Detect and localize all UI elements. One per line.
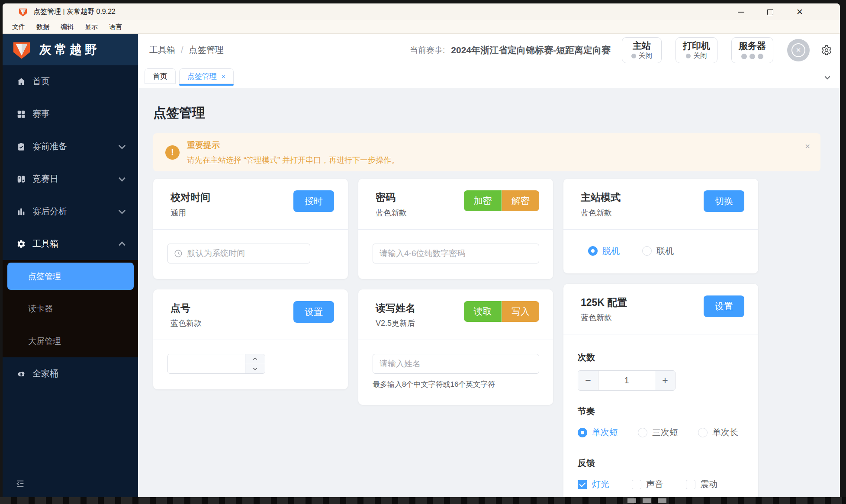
sidebar-logo: 灰常越野 <box>3 34 138 65</box>
close-window-button[interactable]: ✕ <box>796 8 804 16</box>
tab-home[interactable]: 首页 <box>145 68 176 84</box>
status-dot <box>741 54 747 59</box>
checkbox-unchecked-icon <box>632 480 641 489</box>
status-dot <box>631 54 636 58</box>
clock-icon <box>174 249 183 258</box>
printer-status-button[interactable]: 打印机 关闭 <box>676 37 717 63</box>
submenu-item-card-reader[interactable]: 读卡器 <box>3 292 138 325</box>
tab-tag-management[interactable]: 点签管理 × <box>179 68 234 84</box>
menu-data[interactable]: 数据 <box>31 23 55 31</box>
settings-gear-icon[interactable] <box>821 45 832 56</box>
feedback-label: 反馈 <box>578 457 744 469</box>
taskbar-item <box>643 498 651 503</box>
sidebar-item-home[interactable]: 首页 <box>3 65 138 98</box>
mode-switch-button[interactable]: 切换 <box>704 190 744 212</box>
radio-single-long[interactable]: 单次长 <box>698 427 738 438</box>
sidebar-item-race-day[interactable]: 竞赛日 <box>3 163 138 195</box>
card-subtitle: V2.5更新后 <box>376 318 415 328</box>
radio-online[interactable]: 联机 <box>642 245 674 257</box>
sidebar-item-suite[interactable]: 全家桶 <box>3 357 138 390</box>
radio-unselected-icon <box>642 246 652 256</box>
radio-unselected-icon <box>638 428 647 437</box>
point-number-input <box>167 354 265 374</box>
station-status-button[interactable]: 主站 关闭 <box>622 37 662 63</box>
card-title: 校对时间 <box>170 192 210 204</box>
stepper-plus-button[interactable]: + <box>655 371 675 390</box>
toolbox-submenu: 点签管理 读卡器 大屏管理 <box>3 260 138 357</box>
card-title: 密码 <box>376 192 407 204</box>
banner-close-icon[interactable]: × <box>805 142 810 151</box>
card-subtitle: 蓝色新款 <box>581 312 627 323</box>
sidebar-item-toolbox[interactable]: 工具箱 <box>3 228 138 260</box>
name-input-note: 最多输入8个中文字符或16个英文字符 <box>373 379 539 389</box>
chevron-down-icon <box>117 207 127 216</box>
point-number-set-button[interactable]: 设置 <box>293 301 334 323</box>
warning-banner: ! 重要提示 请先在主站选择 “管理模式” 并打开串口，再进行下一步操作。 × <box>153 133 820 171</box>
tab-label: 首页 <box>153 71 167 81</box>
decrypt-button[interactable]: 解密 <box>502 190 539 211</box>
desktop-taskbar <box>0 497 846 504</box>
menu-file[interactable]: 文件 <box>6 23 31 31</box>
printer-status-title: 打印机 <box>683 41 710 51</box>
avatar-x-icon: ✕ <box>791 43 805 57</box>
spinner-up-button[interactable] <box>245 354 265 364</box>
menu-edit[interactable]: 编辑 <box>55 23 79 31</box>
checkbox-vibrate[interactable]: 震动 <box>686 478 717 490</box>
sidebar-item-events[interactable]: 赛事 <box>3 98 138 130</box>
point-number-field[interactable] <box>168 354 245 373</box>
radio-single-short[interactable]: 单次短 <box>578 427 618 438</box>
card-point-number: 点号 蓝色新款 设置 <box>153 289 348 390</box>
breadcrumb: 工具箱 / 点签管理 <box>149 44 224 56</box>
status-dot <box>749 54 755 59</box>
read-button[interactable]: 读取 <box>464 301 502 322</box>
checkbox-label: 声音 <box>646 478 663 490</box>
window-title: 点签管理 | 灰常越野 0.9.22 <box>33 7 116 16</box>
menu-language[interactable]: 语言 <box>103 23 128 31</box>
tabbar: 首页 点签管理 × <box>138 66 840 88</box>
grid-icon <box>16 109 26 119</box>
radio-triple-short[interactable]: 三次短 <box>638 427 678 438</box>
tab-list-chevron-icon[interactable] <box>823 74 831 81</box>
spinner-down-button[interactable] <box>245 364 265 374</box>
name-input[interactable] <box>373 354 539 374</box>
k125-set-button[interactable]: 设置 <box>704 295 744 317</box>
checkbox-light[interactable]: 灯光 <box>578 478 609 490</box>
stepper-value[interactable]: 1 <box>598 371 655 390</box>
time-sync-button[interactable]: 授时 <box>293 190 334 212</box>
sidebar-item-label: 赛事 <box>32 108 50 120</box>
stepper-minus-button[interactable]: − <box>578 371 598 390</box>
minimize-button[interactable] <box>737 8 745 16</box>
radio-label: 联机 <box>656 245 674 257</box>
count-label: 次数 <box>578 352 744 363</box>
write-button[interactable]: 写入 <box>502 301 539 322</box>
menu-view[interactable]: 显示 <box>79 23 103 31</box>
encrypt-button[interactable]: 加密 <box>464 190 502 211</box>
maximize-button[interactable] <box>766 8 774 16</box>
content-area: 点签管理 ! 重要提示 请先在主站选择 “管理模式” 并打开串口，再进行下一步操… <box>138 88 840 497</box>
checkbox-sound[interactable]: 声音 <box>632 478 663 490</box>
submenu-item-tag-management[interactable]: 点签管理 <box>7 263 134 290</box>
sidebar-item-analysis[interactable]: 赛后分析 <box>3 195 138 228</box>
radio-offline[interactable]: 脱机 <box>588 245 620 257</box>
chevron-up-icon <box>117 239 127 249</box>
sidebar-item-label: 首页 <box>32 76 50 87</box>
card-time-sync: 校对时间 通用 授时 <box>153 179 348 279</box>
checkbox-unchecked-icon <box>686 480 695 489</box>
station-status-title: 主站 <box>633 41 651 51</box>
password-input[interactable] <box>373 244 539 263</box>
breadcrumb-toolbox[interactable]: 工具箱 <box>149 44 175 56</box>
card-title: 点号 <box>170 302 202 315</box>
clipboard-check-icon <box>16 142 26 151</box>
server-status-button[interactable]: 服务器 <box>731 37 773 63</box>
submenu-item-label: 大屏管理 <box>28 336 61 347</box>
count-stepper: − 1 + <box>578 370 676 391</box>
rhythm-label: 节奏 <box>578 405 744 417</box>
tab-close-icon[interactable]: × <box>222 73 225 80</box>
server-status-title: 服务器 <box>739 41 766 51</box>
cloud-upload-icon <box>16 369 26 379</box>
avatar[interactable]: ✕ <box>787 39 810 61</box>
sidebar-collapse-button[interactable] <box>3 479 138 497</box>
sidebar-item-pre-race[interactable]: 赛前准备 <box>3 130 138 163</box>
time-input[interactable] <box>167 244 310 263</box>
submenu-item-big-screen[interactable]: 大屏管理 <box>3 325 138 357</box>
